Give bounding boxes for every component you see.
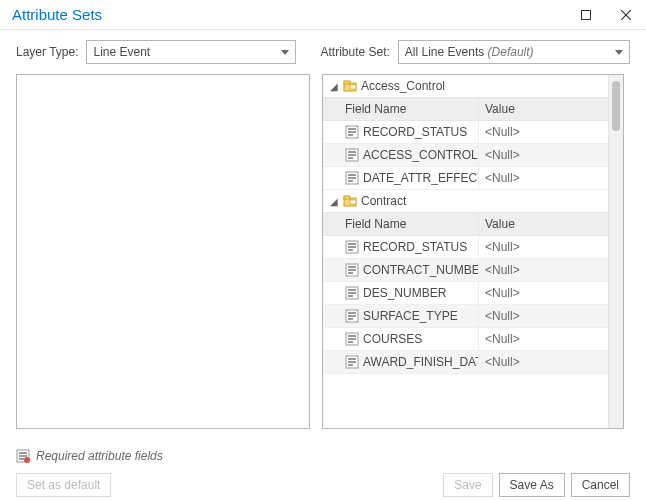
svg-rect-9 bbox=[348, 134, 353, 136]
cell-field-name: AWARD_FINISH_DATE bbox=[323, 351, 479, 373]
attribute-tree: ◢Access_ControlField NameValueRECORD_STA… bbox=[323, 75, 608, 428]
table-row[interactable]: ACCESS_CONTROL<Null> bbox=[323, 144, 608, 167]
cell-value[interactable]: <Null> bbox=[479, 305, 608, 327]
field-name-text: RECORD_STATUS bbox=[363, 240, 467, 254]
svg-rect-17 bbox=[348, 180, 353, 182]
field-icon bbox=[345, 286, 359, 300]
svg-rect-44 bbox=[348, 364, 353, 366]
field-icon bbox=[345, 332, 359, 346]
group-header[interactable]: ◢Contract bbox=[323, 190, 608, 212]
svg-rect-43 bbox=[348, 361, 356, 363]
table-row[interactable]: SURFACE_TYPE<Null> bbox=[323, 305, 608, 328]
cell-value[interactable]: <Null> bbox=[479, 328, 608, 350]
cell-field-name: DES_NUMBER bbox=[323, 282, 479, 304]
left-panel bbox=[16, 74, 310, 429]
svg-rect-35 bbox=[348, 315, 356, 317]
table-row[interactable]: COURSES<Null> bbox=[323, 328, 608, 351]
dialog-body: Layer Type: Line Event Attribute Set: Al… bbox=[0, 30, 646, 441]
svg-rect-36 bbox=[348, 318, 353, 320]
maximize-button[interactable] bbox=[566, 0, 606, 30]
table-row[interactable]: DES_NUMBER<Null> bbox=[323, 282, 608, 305]
cell-value[interactable]: <Null> bbox=[479, 282, 608, 304]
cell-value[interactable]: <Null> bbox=[479, 236, 608, 258]
field-icon bbox=[345, 240, 359, 254]
attribute-set-select[interactable]: All Line Events (Default) bbox=[398, 40, 630, 64]
button-row: Set as default Save Save As Cancel bbox=[0, 467, 646, 500]
cell-field-name: COURSES bbox=[323, 328, 479, 350]
svg-rect-7 bbox=[348, 128, 356, 130]
table-row[interactable]: RECORD_STATUS<Null> bbox=[323, 236, 608, 259]
cell-value[interactable]: <Null> bbox=[479, 167, 608, 189]
cell-field-name: ACCESS_CONTROL bbox=[323, 144, 479, 166]
layer-type-select[interactable]: Line Event bbox=[86, 40, 296, 64]
default-tag: (Default) bbox=[488, 45, 534, 59]
close-button[interactable] bbox=[606, 0, 646, 30]
chevron-down-icon bbox=[281, 50, 289, 55]
svg-rect-32 bbox=[348, 295, 353, 297]
field-name-text: DES_NUMBER bbox=[363, 286, 446, 300]
layer-type-label: Layer Type: bbox=[16, 45, 78, 59]
col-value[interactable]: Value bbox=[479, 213, 608, 235]
table-row[interactable]: CONTRACT_NUMBER<Null> bbox=[323, 259, 608, 282]
cell-field-name: SURFACE_TYPE bbox=[323, 305, 479, 327]
svg-rect-16 bbox=[348, 177, 356, 179]
svg-rect-27 bbox=[348, 269, 356, 271]
expand-arrow-icon: ◢ bbox=[329, 81, 339, 92]
field-icon bbox=[345, 263, 359, 277]
layer-type-value: Line Event bbox=[93, 45, 150, 59]
group-header[interactable]: ◢Access_Control bbox=[323, 75, 608, 97]
svg-rect-22 bbox=[348, 243, 356, 245]
svg-rect-48 bbox=[19, 458, 24, 460]
right-panel: ◢Access_ControlField NameValueRECORD_STA… bbox=[322, 74, 624, 429]
svg-rect-0 bbox=[582, 10, 591, 19]
svg-rect-42 bbox=[348, 358, 356, 360]
svg-rect-15 bbox=[348, 174, 356, 176]
scrollbar[interactable] bbox=[608, 75, 623, 428]
cell-value[interactable]: <Null> bbox=[479, 144, 608, 166]
svg-rect-28 bbox=[348, 272, 353, 274]
svg-rect-11 bbox=[348, 151, 356, 153]
cell-value[interactable]: <Null> bbox=[479, 351, 608, 373]
cell-value[interactable]: <Null> bbox=[479, 121, 608, 143]
save-as-button[interactable]: Save As bbox=[499, 473, 565, 497]
field-name-text: DATE_ATTR_EFFECTIVE bbox=[363, 171, 479, 185]
field-icon bbox=[345, 309, 359, 323]
svg-rect-5 bbox=[350, 85, 356, 89]
svg-point-49 bbox=[24, 457, 30, 463]
svg-rect-26 bbox=[348, 266, 356, 268]
cell-field-name: RECORD_STATUS bbox=[323, 121, 479, 143]
attribute-set-label: Attribute Set: bbox=[320, 45, 389, 59]
col-field-name[interactable]: Field Name bbox=[323, 98, 479, 120]
title-bar: Attribute Sets bbox=[0, 0, 646, 30]
window-title: Attribute Sets bbox=[12, 6, 102, 23]
save-button: Save bbox=[443, 473, 492, 497]
field-name-text: RECORD_STATUS bbox=[363, 125, 467, 139]
col-value[interactable]: Value bbox=[479, 98, 608, 120]
attribute-set-value: All Line Events (Default) bbox=[405, 45, 534, 59]
chevron-down-icon bbox=[615, 50, 623, 55]
window-controls bbox=[566, 0, 646, 30]
field-icon bbox=[345, 148, 359, 162]
svg-rect-24 bbox=[348, 249, 353, 251]
table-row[interactable]: AWARD_FINISH_DATE<Null> bbox=[323, 351, 608, 374]
field-icon bbox=[345, 125, 359, 139]
table-row[interactable]: RECORD_STATUS<Null> bbox=[323, 121, 608, 144]
svg-rect-4 bbox=[344, 81, 350, 84]
field-name-text: SURFACE_TYPE bbox=[363, 309, 458, 323]
table-row[interactable]: DATE_ATTR_EFFECTIVE<Null> bbox=[323, 167, 608, 190]
scrollbar-thumb[interactable] bbox=[612, 81, 620, 131]
svg-rect-39 bbox=[348, 338, 356, 340]
grid-header: Field NameValue bbox=[323, 97, 608, 121]
svg-rect-47 bbox=[19, 455, 27, 457]
folder-icon bbox=[343, 194, 357, 208]
svg-rect-8 bbox=[348, 131, 356, 133]
cancel-button[interactable]: Cancel bbox=[571, 473, 630, 497]
cell-field-name: CONTRACT_NUMBER bbox=[323, 259, 479, 281]
svg-rect-40 bbox=[348, 341, 353, 343]
col-field-name[interactable]: Field Name bbox=[323, 213, 479, 235]
field-icon bbox=[345, 171, 359, 185]
required-field-icon bbox=[16, 449, 30, 463]
group-name: Contract bbox=[361, 194, 406, 208]
cell-value[interactable]: <Null> bbox=[479, 259, 608, 281]
field-name-text: CONTRACT_NUMBER bbox=[363, 263, 479, 277]
